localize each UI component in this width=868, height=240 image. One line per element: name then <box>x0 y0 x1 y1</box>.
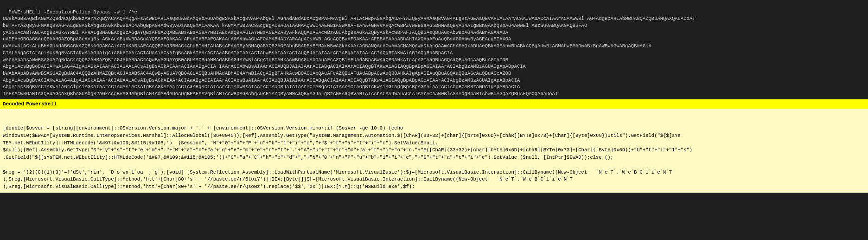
powershell-tab-label[interactable]: Powershell <box>26 101 57 107</box>
encoded-content-area: PoWErsHEL`l -ExecutionPolicy Bypass -w 1… <box>0 0 868 99</box>
decoded-tab-label[interactable]: Decoded <box>3 101 24 107</box>
decoded-content-area: [double]$osver = [string][environment]::… <box>0 109 868 193</box>
decoded-text: [double]$osver = [string][environment]::… <box>3 125 692 189</box>
decoded-tab-bar[interactable]: Decoded Powershell <box>0 99 868 109</box>
encoded-text: PoWErsHEL`l -ExecutionPolicy Bypass -w 1… <box>3 9 695 97</box>
